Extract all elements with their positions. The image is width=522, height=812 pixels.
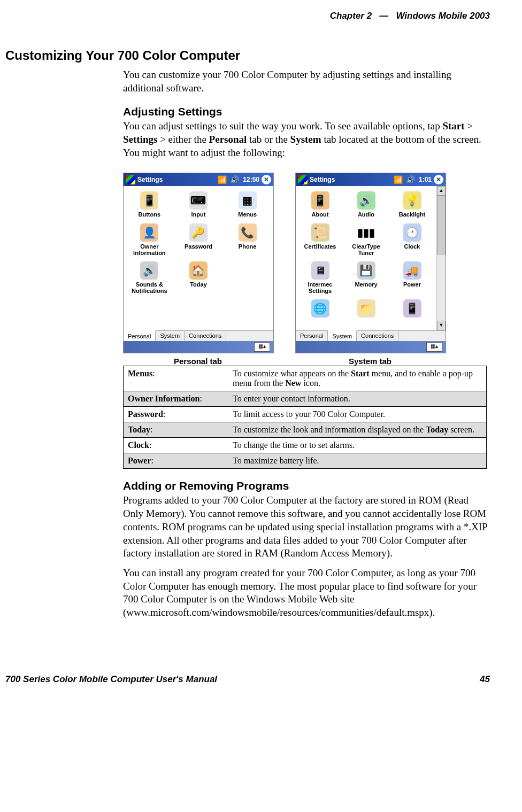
table-row-label: Today [124, 422, 229, 438]
app-icon-glyph: 👤 [140, 223, 158, 242]
app-icon-label: Buttons [139, 211, 161, 218]
app-icon-glyph: 🔊 [140, 261, 158, 280]
table-row-label: Menus [124, 366, 229, 391]
tab-system[interactable]: System [156, 331, 185, 341]
app-icon-glyph: ▮▮▮ [357, 223, 375, 242]
app-icon[interactable]: 🔊Audio [344, 191, 388, 218]
table-row: PowerTo maximize battery life. [124, 453, 487, 469]
caption-system: System tab [295, 357, 445, 366]
app-icon-glyph: 📁 [357, 299, 375, 318]
app-icon-glyph: 📱 [311, 191, 329, 210]
app-icon[interactable]: 🔊Sounds & Notifications [126, 261, 173, 294]
footer-right: 45 [480, 674, 490, 685]
adjusting-text: You can adjust settings to suit the way … [123, 120, 490, 159]
app-icon-label: Owner Information [126, 243, 173, 256]
close-icon[interactable]: ✕ [262, 175, 271, 184]
app-icon-label: Today [190, 281, 207, 288]
header-title: Windows Mobile 2003 [396, 11, 490, 21]
app-icon[interactable]: 🔑Password [175, 223, 222, 256]
app-icon[interactable]: ⌨Input [175, 191, 222, 218]
table-row-label: Clock [124, 438, 229, 453]
app-icon-label: Menus [238, 211, 257, 218]
app-icon[interactable]: 🖥Intermec Settings [298, 261, 342, 294]
start-icon[interactable] [126, 175, 135, 184]
tabs-personal: PersonalSystemConnections [124, 330, 273, 341]
app-icon-label: ClearType Tuner [344, 243, 388, 256]
icon-grid-system: 📱About🔊Audio💡Backlight📜Certificates▮▮▮Cl… [296, 186, 436, 330]
scroll-up-icon[interactable]: ▲ [437, 186, 446, 196]
adding-heading: Adding or Removing Programs [123, 480, 490, 492]
footer: 700 Series Color Mobile Computer User's … [0, 674, 522, 685]
table-row: TodayTo customize the look and informati… [124, 422, 487, 438]
section-intro: You can customize your 700 Color Compute… [123, 68, 490, 95]
app-icon[interactable]: 📱 [390, 299, 434, 319]
app-icon-glyph: 🚚 [403, 261, 421, 280]
table-row-desc: To maximize battery life. [228, 453, 487, 469]
app-icon-label: Clock [404, 243, 420, 250]
app-icon[interactable]: 🕐Clock [390, 223, 434, 256]
app-icon-label: Intermec Settings [298, 281, 342, 294]
app-icon[interactable]: 🚚Power [390, 261, 434, 294]
app-icon[interactable]: 📱About [298, 191, 342, 218]
app-icon[interactable]: 🌐 [298, 299, 342, 319]
tabs-system: PersonalSystemConnections [296, 330, 446, 341]
adding-p2: You can install any program created for … [123, 567, 490, 620]
app-icon[interactable]: ▮▮▮ClearType Tuner [344, 223, 388, 256]
settings-table: MenusTo customize what appears on the St… [123, 366, 487, 469]
keyboard-icon[interactable]: ▦▴ [426, 342, 442, 352]
caption-personal: Personal tab [123, 357, 273, 366]
table-row-desc: To enter your contact information. [228, 391, 487, 407]
table-row-label: Password [124, 407, 229, 422]
tab-system[interactable]: System [328, 330, 357, 341]
footer-left: 700 Series Color Mobile Computer User's … [5, 674, 217, 685]
app-icon[interactable]: 👤Owner Information [126, 223, 173, 256]
table-row: PasswordTo limit access to your 700 Colo… [124, 407, 487, 422]
tab-personal[interactable]: Personal [296, 331, 328, 341]
app-icon-glyph: 💾 [357, 261, 375, 280]
scrollbar[interactable]: ▲ ▼ [436, 186, 446, 330]
tab-personal[interactable]: Personal [124, 330, 156, 341]
app-icon-glyph: 📞 [239, 223, 257, 242]
app-icon-label: Backlight [399, 211, 426, 218]
pda-system: Settings 📶 🔊 1:01 ✕ 📱About🔊Audio💡Backlig… [295, 173, 446, 353]
clock-text[interactable]: 12:50 [243, 176, 259, 183]
start-icon[interactable] [298, 175, 308, 184]
icon-grid-personal: 📱Buttons⌨Input▦Menus👤Owner Information🔑P… [124, 186, 273, 330]
app-icon[interactable]: 💾Memory [344, 261, 388, 294]
app-icon[interactable]: 🏠Today [175, 261, 222, 294]
app-icon[interactable]: 📜Certificates [298, 223, 342, 256]
app-icon-label: Audio [358, 211, 374, 218]
titlebar-personal: Settings 📶 🔊 12:50 ✕ [124, 173, 273, 186]
signal-icon[interactable]: 📶 [218, 175, 227, 184]
app-icon-label: Password [185, 243, 212, 250]
scroll-thumb[interactable] [437, 196, 446, 254]
table-row: MenusTo customize what appears on the St… [124, 366, 487, 391]
app-icon-glyph: ▦ [239, 191, 257, 210]
scroll-down-icon[interactable]: ▼ [437, 321, 446, 330]
app-icon[interactable]: 💡Backlight [390, 191, 434, 218]
app-icon[interactable]: 📱Buttons [126, 191, 173, 218]
bottom-bar: ▦▴ [124, 341, 273, 353]
adding-p1: Programs added to your 700 Color Compute… [123, 494, 490, 560]
app-icon-label: Input [191, 211, 206, 218]
signal-icon[interactable]: 📶 [394, 175, 403, 184]
app-icon-glyph: ⌨ [189, 191, 208, 210]
section-heading: Customizing Your 700 Color Computer [5, 48, 490, 63]
app-icon-glyph: 📜 [311, 223, 329, 242]
tab-connections[interactable]: Connections [185, 331, 226, 341]
clock-text[interactable]: 1:01 [419, 176, 432, 183]
header-sep: — [379, 11, 388, 21]
app-icon-glyph: 📱 [403, 299, 421, 318]
close-icon[interactable]: ✕ [434, 175, 443, 184]
keyboard-icon[interactable]: ▦▴ [254, 342, 270, 352]
app-icon[interactable]: ▦Menus [224, 191, 271, 218]
volume-icon[interactable]: 🔊 [406, 175, 415, 184]
tab-connections[interactable]: Connections [357, 331, 398, 341]
app-icon[interactable]: 📞Phone [224, 223, 271, 256]
volume-icon[interactable]: 🔊 [230, 175, 239, 184]
app-icon-label: Sounds & Notifications [126, 281, 173, 294]
adjusting-heading: Adjusting Settings [123, 105, 490, 118]
pda-personal-wrapper: Settings 📶 🔊 12:50 ✕ 📱Buttons⌨Input▦Menu… [123, 173, 274, 366]
page-header: Chapter 2 — Windows Mobile 2003 [5, 11, 490, 21]
app-icon[interactable]: 📁 [344, 299, 388, 319]
